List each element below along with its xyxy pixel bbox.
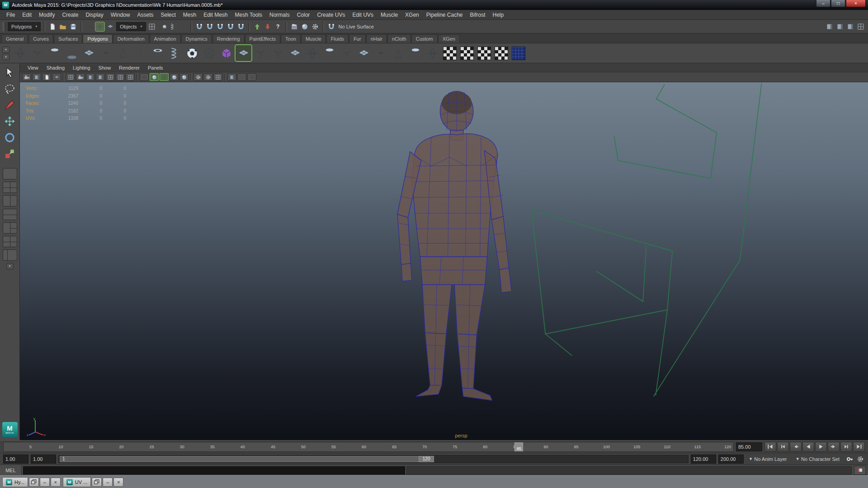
- multisampling-icon[interactable]: [213, 73, 222, 81]
- shelf-combine-button[interactable]: [270, 45, 286, 61]
- shelf-poly-pipe-button[interactable]: [150, 45, 165, 61]
- shelf-bridge-button[interactable]: [356, 45, 372, 61]
- playback-end-field[interactable]: [691, 455, 716, 464]
- shelf-tab-general[interactable]: General: [1, 34, 28, 43]
- select-tool-button[interactable]: [2, 66, 18, 80]
- current-frame-marker[interactable]: 85: [514, 442, 523, 451]
- bookmark-icon[interactable]: [42, 73, 51, 81]
- menu-normals[interactable]: Normals: [266, 10, 293, 19]
- image-plane-icon[interactable]: [52, 73, 61, 81]
- shelf-tab-rendering[interactable]: Rendering: [212, 34, 245, 43]
- panel-menu-view[interactable]: View: [24, 64, 42, 71]
- menu-pipeline-cache[interactable]: Pipeline Cache: [423, 10, 467, 19]
- gate-mask-icon[interactable]: [96, 73, 105, 81]
- step-forward-key-button[interactable]: [828, 442, 840, 452]
- shelf-tab-fur[interactable]: Fur: [349, 34, 366, 43]
- grid-display-icon[interactable]: [66, 73, 75, 81]
- mask-curves-icon[interactable]: [168, 22, 177, 31]
- animation-preferences-icon[interactable]: [856, 455, 865, 464]
- status-line-grip[interactable]: [3, 22, 6, 31]
- menu-color[interactable]: Color: [293, 10, 314, 19]
- menu-edit-uvs[interactable]: Edit UVs: [349, 10, 377, 19]
- current-time-field[interactable]: [736, 442, 762, 451]
- snap-to-curve-icon[interactable]: [205, 22, 214, 31]
- step-back-frame-button[interactable]: [777, 442, 789, 452]
- shelf-tab-xgen[interactable]: XGen: [438, 34, 460, 43]
- panel-menu-show[interactable]: Show: [94, 64, 115, 71]
- channel-box-toggle-icon[interactable]: [846, 22, 855, 31]
- layout-single-pane-button[interactable]: [3, 168, 17, 179]
- layout-more-button[interactable]: ▾: [6, 263, 14, 269]
- menu-edit-mesh[interactable]: Edit Mesh: [200, 10, 231, 19]
- shelf-separate-button[interactable]: [287, 45, 303, 61]
- shelf-tab-surfaces[interactable]: Surfaces: [54, 34, 82, 43]
- menu-bifrost[interactable]: Bifrost: [467, 10, 489, 19]
- ipr-render-icon[interactable]: [300, 22, 309, 31]
- mask-handles-icon[interactable]: [147, 22, 156, 31]
- mask-joints-icon[interactable]: [158, 22, 167, 31]
- shelf-poly-cylinder-button[interactable]: [47, 45, 62, 61]
- shelf-quad-draw-button[interactable]: [236, 45, 251, 61]
- play-backwards-button[interactable]: [802, 442, 814, 452]
- shelf-tab-animation[interactable]: Animation: [150, 34, 181, 43]
- resolution-gate-icon[interactable]: [86, 73, 95, 81]
- panel-menu-renderer[interactable]: Renderer: [115, 64, 144, 71]
- rotate-tool-button[interactable]: [2, 131, 18, 145]
- uv-editor-minimize-button[interactable]: –: [103, 478, 113, 487]
- render-current-frame-icon[interactable]: [290, 22, 299, 31]
- shelf-fill-hole-button[interactable]: [373, 45, 389, 61]
- minimize-button[interactable]: –: [816, 0, 830, 7]
- shelf-tab-muscle[interactable]: Muscle: [301, 34, 326, 43]
- uv-editor-close-button[interactable]: ×: [113, 478, 123, 487]
- shelf-platonic-solid-button[interactable]: [201, 45, 217, 61]
- shelf-tab-fluids[interactable]: Fluids: [326, 34, 349, 43]
- menu-file[interactable]: File: [3, 10, 19, 19]
- use-all-lights-icon[interactable]: [170, 73, 179, 81]
- attribute-editor-toggle-icon[interactable]: [825, 22, 834, 31]
- shelf-poly-soccer-ball-button[interactable]: [184, 45, 200, 61]
- wireframe-display-icon[interactable]: [140, 73, 149, 81]
- title-bar[interactable]: M Autodesk Maya 2015: G:\Projects\3D Gra…: [0, 0, 868, 10]
- live-surface-icon[interactable]: [327, 22, 336, 31]
- go-to-start-button[interactable]: [764, 442, 776, 452]
- range-end-handle[interactable]: 120: [419, 456, 434, 462]
- viewport[interactable]: Verts:112900 Edges:236700 Faces:124000 T…: [20, 82, 868, 440]
- command-result-area[interactable]: [406, 466, 852, 474]
- maximize-button[interactable]: □: [831, 0, 845, 7]
- shelf-tab-menu-button[interactable]: ▾: [2, 47, 9, 53]
- shelf-uv-checker-2-button[interactable]: [459, 45, 475, 61]
- shelf-tab-painteffects[interactable]: PaintEffects: [245, 34, 281, 43]
- layout-three-split-left-button[interactable]: [3, 222, 17, 234]
- auto-keyframe-icon[interactable]: [845, 455, 854, 464]
- tool-settings-toggle-icon[interactable]: [835, 22, 844, 31]
- animation-end-field[interactable]: [718, 455, 744, 464]
- time-slider[interactable]: 5101520253035404550556065707580859095100…: [3, 442, 734, 452]
- playback-range-bar[interactable]: 1 120: [60, 456, 434, 462]
- hypershade-minimize-button[interactable]: –: [40, 478, 50, 487]
- layout-outliner-persp-button[interactable]: [3, 249, 17, 261]
- render-settings-icon[interactable]: [311, 22, 320, 31]
- construction-history-icon[interactable]: ?: [274, 22, 283, 31]
- shelf-uv-checker-1-button[interactable]: [442, 45, 458, 61]
- screen-space-ao-icon[interactable]: [193, 73, 203, 81]
- shelf-poly-sphere-button[interactable]: [12, 45, 28, 61]
- maya-logo-badge[interactable]: M MAYA: [2, 422, 18, 437]
- shelf-interactive-creation-button[interactable]: [218, 45, 234, 61]
- shelf-tab-custom[interactable]: Custom: [411, 34, 438, 43]
- go-to-end-button[interactable]: [853, 442, 865, 452]
- shelf-poly-cone-button[interactable]: [64, 45, 80, 61]
- select-by-component-icon[interactable]: [106, 22, 115, 31]
- shaded-display-icon[interactable]: [150, 73, 159, 81]
- close-button[interactable]: ×: [846, 0, 866, 7]
- x-ray-icon[interactable]: [237, 73, 246, 81]
- modeling-toolkit-toggle-icon[interactable]: [856, 22, 865, 31]
- shelf-poly-pyramid-button[interactable]: [132, 45, 148, 61]
- panel-menu-lighting[interactable]: Lighting: [69, 64, 94, 71]
- shelf-mirror-geometry-button[interactable]: [253, 45, 269, 61]
- layout-four-pane-button[interactable]: [3, 182, 17, 193]
- save-scene-icon[interactable]: [69, 22, 78, 31]
- menu-display[interactable]: Display: [82, 10, 107, 19]
- shelf-tab-ncloth[interactable]: nCloth: [387, 34, 411, 43]
- scale-tool-button[interactable]: [2, 147, 18, 161]
- new-scene-icon[interactable]: [48, 22, 57, 31]
